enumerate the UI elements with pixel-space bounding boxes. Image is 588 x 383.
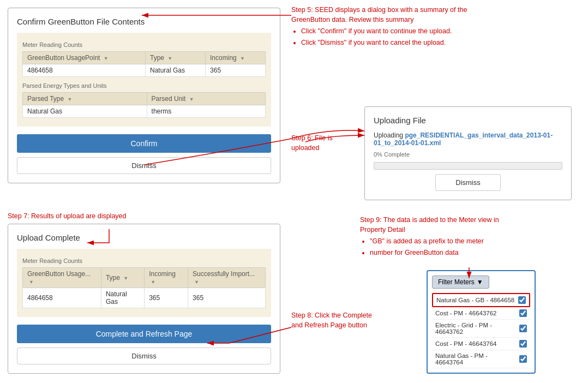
meter-row-2[interactable]: Cost - PM - 46643762 xyxy=(432,307,530,320)
step7-line1: Step 7: Results of upload are displayed xyxy=(8,212,171,222)
step5-annotation: Step 5: SEED displays a dialog box with … xyxy=(291,5,553,49)
meter-checkbox-1[interactable] xyxy=(518,296,526,304)
step8-annotation: Step 8: Click the Complete and Refresh P… xyxy=(291,311,400,330)
col-incoming: Incoming ▼ xyxy=(206,52,266,64)
dismiss-button-upload[interactable]: Dismiss xyxy=(435,174,501,191)
uploading-dialog: Uploading File Uploading pge_RESIDENTIAL… xyxy=(364,106,572,200)
col-usage-point: GreenButton UsagePoint ▼ xyxy=(23,52,146,64)
step5-bullets: Click "Confirm" if you want to continue … xyxy=(301,27,553,47)
uploading-dialog-title: Uploading File xyxy=(374,116,562,125)
table-row: 4864658 Natural Gas 365 xyxy=(23,64,266,77)
step8-line1: Step 8: Click the Complete xyxy=(291,311,400,321)
parsed-energy-table: Parsed Type ▼ Parsed Unit ▼ Natural Gas … xyxy=(22,92,266,118)
meter-reading-section: Meter Reading Counts GreenButton UsagePo… xyxy=(17,33,271,127)
meter-label-4: Cost - PM - 46643764 xyxy=(435,340,516,347)
step5-bullet2: Click "Dismiss" if you want to cancel th… xyxy=(301,38,553,48)
step8-line2: and Refresh Page button xyxy=(291,321,400,331)
upload-complete-table-section: Meter Reading Counts GreenButton Usage..… xyxy=(17,249,271,317)
confirm-button[interactable]: Confirm xyxy=(17,134,271,153)
cell-usage-point: 4864658 xyxy=(23,64,146,77)
step6-annotation: Step 6: File is uploaded xyxy=(291,134,362,153)
cell-gb-usage: 4864658 xyxy=(23,288,101,308)
meter-row-5[interactable]: Natural Gas - PM - 46643764 xyxy=(432,350,530,368)
col-incoming2: Incoming ▼ xyxy=(145,268,188,288)
step9-bullets: "GB" is added as a prefix to the meter n… xyxy=(370,237,573,258)
meter-checkbox-2[interactable] xyxy=(519,309,527,317)
confirm-dialog: Confirm GreenButton File Contents Meter … xyxy=(8,8,280,183)
step6-line2: uploaded xyxy=(291,143,362,153)
meter-checkbox-4[interactable] xyxy=(519,340,527,348)
meter-label-1: Natural Gas - GB - 4864658 xyxy=(436,297,515,303)
upload-filename: Uploading pge_RESIDENTIAL_gas_interval_d… xyxy=(374,131,562,147)
step9-annotation: Step 9: The data is added to the Meter v… xyxy=(360,216,573,259)
upload-complete-table: GreenButton Usage... ▼ Type ▼ Incoming ▼… xyxy=(22,267,266,308)
progress-bar-container xyxy=(374,162,562,170)
col-type: Type ▼ xyxy=(146,52,206,64)
cell-imported: 365 xyxy=(188,288,266,308)
filter-meters-panel: Filter Meters ▼ Natural Gas - GB - 48646… xyxy=(427,270,536,374)
meter-row-1[interactable]: Natural Gas - GB - 4864658 xyxy=(432,293,530,307)
dismiss-button-complete[interactable]: Dismiss xyxy=(17,348,271,364)
step9-line2: Property Detail xyxy=(360,225,573,235)
col-gb-usage: GreenButton Usage... ▼ xyxy=(23,268,101,288)
meter-label-2: Cost - PM - 46643762 xyxy=(435,310,516,316)
step9-bullet2: number for GreenButton data xyxy=(370,248,573,258)
step7-annotation: Step 7: Results of upload are displayed xyxy=(8,212,171,222)
step9-line1: Step 9: The data is added to the Meter v… xyxy=(360,216,573,225)
cell-parsed-type: Natural Gas xyxy=(23,105,147,118)
upload-complete-dialog: Upload Complete Meter Reading Counts Gre… xyxy=(8,224,280,374)
dismiss-button-confirm[interactable]: Dismiss xyxy=(17,157,271,174)
meter-row-4[interactable]: Cost - PM - 46643764 xyxy=(432,338,530,350)
cell-incoming2: 365 xyxy=(145,288,188,308)
meter-reading-table: GreenButton UsagePoint ▼ Type ▼ Incoming… xyxy=(22,51,266,77)
step6-line1: Step 6: File is xyxy=(291,134,362,143)
step5-line1: Step 5: SEED displays a dialog box with … xyxy=(291,5,553,15)
progress-label: 0% Complete xyxy=(374,151,562,158)
table-row: 4864658 Natural Gas 365 365 xyxy=(23,288,266,308)
meter-label-5: Natural Gas - PM - 46643764 xyxy=(435,352,516,366)
cell-type2: Natural Gas xyxy=(101,288,144,308)
complete-refresh-button[interactable]: Complete and Refresh Page xyxy=(17,325,271,343)
col-parsed-type: Parsed Type ▼ xyxy=(23,93,147,105)
step5-line2: GreenButton data. Review this summary xyxy=(291,15,553,25)
meter-checkbox-5[interactable] xyxy=(519,355,527,363)
col-imported: Successfully Import... ▼ xyxy=(188,268,266,288)
table-row: Natural Gas therms xyxy=(23,105,266,118)
upload-complete-title: Upload Complete xyxy=(17,233,271,242)
meter-reading-label: Meter Reading Counts xyxy=(22,41,266,48)
meter-checkbox-3[interactable] xyxy=(519,325,527,332)
step5-bullet1: Click "Confirm" if you want to continue … xyxy=(301,27,553,37)
meter-label-3: Electric - Grid - PM - 46643762 xyxy=(435,322,516,335)
cell-parsed-unit: therms xyxy=(147,105,265,118)
filter-dropdown-icon: ▼ xyxy=(477,278,483,286)
cell-incoming: 365 xyxy=(206,64,266,77)
step9-bullet1: "GB" is added as a prefix to the meter xyxy=(370,237,573,247)
confirm-dialog-title: Confirm GreenButton File Contents xyxy=(17,17,271,26)
col-type2: Type ▼ xyxy=(101,268,144,288)
filter-meters-label: Filter Meters xyxy=(438,278,475,286)
meter-row-3[interactable]: Electric - Grid - PM - 46643762 xyxy=(432,320,530,338)
cell-type: Natural Gas xyxy=(146,64,206,77)
col-parsed-unit: Parsed Unit ▼ xyxy=(147,93,265,105)
upload-complete-section-label: Meter Reading Counts xyxy=(22,258,266,264)
parsed-energy-label: Parsed Energy Types and Units xyxy=(22,82,266,89)
filter-meters-button[interactable]: Filter Meters ▼ xyxy=(432,276,489,289)
